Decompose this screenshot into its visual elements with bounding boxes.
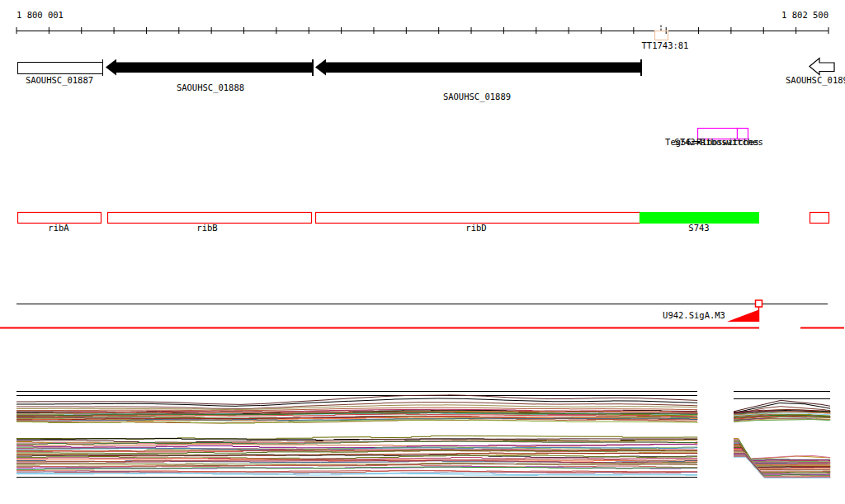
genome-browser-canvas bbox=[0, 0, 845, 504]
gene-saouhsc_01887[interactable] bbox=[18, 63, 103, 74]
genome-browser-view: 1 800 001 1 802 500 TT1743:81 U942.SigA.… bbox=[0, 0, 845, 504]
feature-label-s743: S743 bbox=[688, 224, 709, 233]
feature-unnamed-box[interactable] bbox=[810, 213, 829, 224]
feature-label-ribd: ribD bbox=[465, 224, 486, 233]
feature-ribb[interactable] bbox=[108, 213, 312, 224]
feature-riba[interactable] bbox=[18, 213, 101, 224]
expression-trace bbox=[17, 395, 697, 405]
tss-marker-square[interactable] bbox=[756, 300, 762, 307]
gene-label-saouhsc_01889: SAOUHSC_01889 bbox=[443, 92, 511, 101]
feature-ribd[interactable] bbox=[316, 213, 640, 224]
feature-label-ribb: ribB bbox=[196, 224, 217, 233]
ruler-end-label: 1 802 500 bbox=[781, 11, 828, 20]
riboswitch-label-1: S742=Riboswitches bbox=[674, 138, 762, 147]
gene-label-saouhsc_01888: SAOUHSC_01888 bbox=[177, 83, 244, 92]
expression-trace bbox=[17, 467, 697, 469]
feature-label-riba: ribA bbox=[48, 224, 68, 233]
feature-s743[interactable] bbox=[640, 212, 759, 224]
gene-saouhsc_01889[interactable] bbox=[315, 59, 640, 76]
gene-saouhsc_0189[interactable] bbox=[810, 59, 834, 75]
gene-label-saouhsc_0189: SAOUHSC_0189 bbox=[786, 76, 845, 85]
tss-marker-label: U942.SigA.M3 bbox=[663, 311, 725, 320]
expression-trace bbox=[17, 398, 697, 406]
tss-marker-triangle[interactable] bbox=[727, 310, 759, 323]
gene-label-saouhsc_01887: SAOUHSC_01887 bbox=[26, 76, 93, 85]
tss-site-id-label: TT1743:81 bbox=[642, 41, 689, 50]
gene-saouhsc_01888[interactable] bbox=[106, 59, 312, 76]
expression-trace bbox=[17, 403, 697, 409]
ruler-start-label: 1 800 001 bbox=[17, 11, 64, 20]
